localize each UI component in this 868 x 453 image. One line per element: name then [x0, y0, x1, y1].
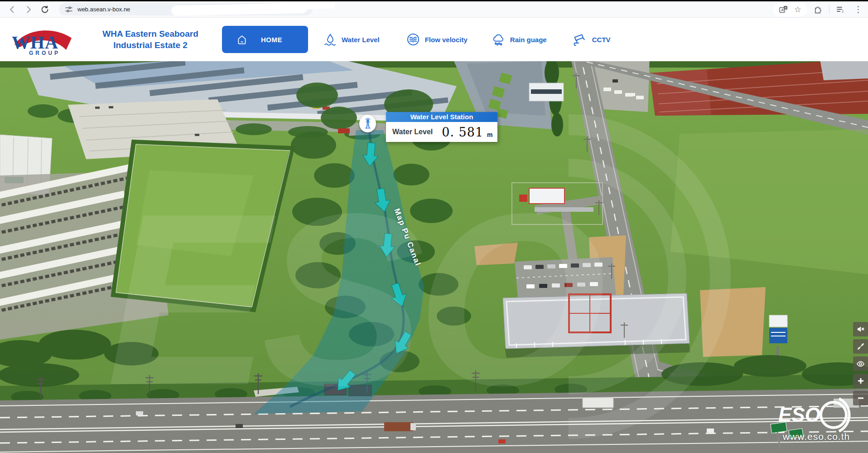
rain-gauge-icon — [491, 32, 506, 47]
map-controls — [853, 322, 868, 405]
main-nav: HOME Water Level — [222, 26, 611, 53]
extensions-icon[interactable] — [813, 5, 823, 14]
water-level-icon — [323, 33, 337, 46]
svg-text:A: A — [781, 8, 784, 12]
eso-url-text: www.eso.co.th — [767, 431, 865, 442]
svg-text:ESO: ESO — [106, 162, 604, 436]
zoom-in-icon[interactable] — [853, 374, 868, 388]
nav-tab-cctv[interactable]: CCTV — [572, 32, 611, 47]
visibility-icon[interactable] — [853, 356, 868, 371]
toolbar-divider — [829, 5, 829, 14]
svg-text:♪: ♪ — [842, 8, 844, 14]
water-level-value: 0. 581 — [442, 125, 483, 139]
water-level-station-marker[interactable] — [359, 115, 376, 132]
browser-toolbar: web.asean.v-box.ne A a ☆ ♪ — [0, 1, 868, 18]
app-window: web.asean.v-box.ne A a ☆ ♪ — [0, 0, 868, 453]
wha-group-logo: WHA GROUP — [8, 20, 76, 59]
water-level-popup: Water Level Station Water Level 0. 581 m — [386, 112, 497, 142]
nav-tab-water-level[interactable]: Water Level — [323, 33, 380, 46]
popup-title: Water Level Station — [386, 112, 497, 122]
back-icon[interactable] — [6, 4, 18, 15]
cctv-icon — [572, 32, 588, 47]
aerial-map-view[interactable]: ESO Water Level Station — [0, 61, 868, 453]
nav-tab-flow-velocity[interactable]: Flow velocity — [406, 32, 468, 47]
site-info-icon[interactable] — [64, 5, 73, 14]
eso-logo-text: ESO — [778, 404, 820, 426]
billboard-sign — [769, 315, 787, 327]
browser-menu-icon[interactable]: ⋮ — [854, 5, 863, 14]
url-text: web.asean.v-box.ne — [77, 6, 130, 13]
eso-logo: ESO — [766, 398, 865, 432]
toolbar-right: A a ☆ ♪ ⋮ — [773, 3, 863, 16]
reload-icon[interactable] — [39, 4, 51, 15]
svg-text:a: a — [785, 6, 786, 9]
site-header: WHA GROUP WHA Eastern Seaboard Industria… — [0, 18, 868, 61]
translate-icon[interactable]: A a — [779, 5, 788, 14]
antenna-icon — [362, 118, 373, 130]
page-actions-pill: A a ☆ — [773, 3, 807, 16]
bookmark-star-icon[interactable]: ☆ — [794, 5, 801, 14]
water-level-unit: m — [487, 131, 492, 138]
popup-label: Water Level — [392, 128, 433, 136]
nav-tab-rain-gauge[interactable]: Rain guage — [491, 32, 547, 47]
fullscreen-icon[interactable] — [853, 339, 868, 354]
home-icon — [236, 33, 248, 46]
media-controls-icon[interactable]: ♪ — [836, 5, 846, 15]
page-title: WHA Eastern Seaboard Industrial Estate 2 — [81, 28, 220, 51]
forward-icon[interactable] — [23, 4, 34, 15]
zoom-out-icon[interactable] — [853, 391, 868, 405]
nav-tab-home[interactable]: HOME — [222, 26, 308, 53]
flow-velocity-icon — [406, 32, 420, 47]
wha-logo-group-text: GROUP — [29, 50, 60, 56]
mute-icon[interactable] — [853, 322, 868, 336]
